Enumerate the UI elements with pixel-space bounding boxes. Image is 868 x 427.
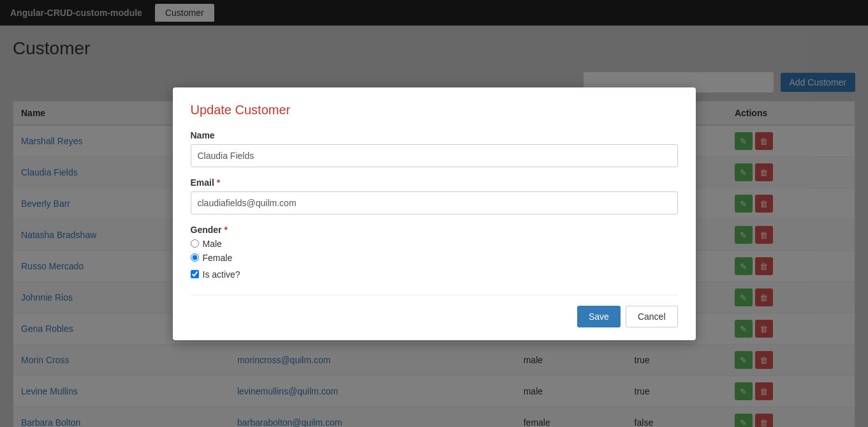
name-form-group: Name [191,130,678,167]
is-active-label: Is active? [203,269,240,280]
gender-required-marker: * [224,225,227,235]
gender-radio-group: Male Female [191,239,678,263]
email-label: Email * [191,177,678,188]
gender-female-option[interactable]: Female [191,253,678,263]
gender-female-label: Female [203,253,233,263]
save-button[interactable]: Save [577,306,621,327]
gender-male-option[interactable]: Male [191,239,678,249]
modal-footer: Save Cancel [191,295,678,327]
is-active-checkbox[interactable] [191,270,199,278]
name-field[interactable] [191,144,678,167]
gender-form-group: Gender * Male Female Is activ [191,225,678,280]
email-field[interactable] [191,191,678,214]
page-wrapper: Customer Add Customer Name Email Gender … [0,26,868,427]
cancel-button[interactable]: Cancel [626,306,678,327]
gender-male-label: Male [203,239,222,249]
email-required-marker: * [217,177,220,188]
gender-female-radio[interactable] [191,253,199,262]
update-customer-modal: Update Customer Name Email * Gender * [173,87,696,340]
modal-overlay: Update Customer Name Email * Gender * [0,0,868,427]
modal-title: Update Customer [191,103,678,117]
is-active-option[interactable]: Is active? [191,269,678,280]
email-form-group: Email * [191,177,678,214]
name-label: Name [191,130,678,140]
gender-male-radio[interactable] [191,239,199,248]
gender-label: Gender * [191,225,678,235]
